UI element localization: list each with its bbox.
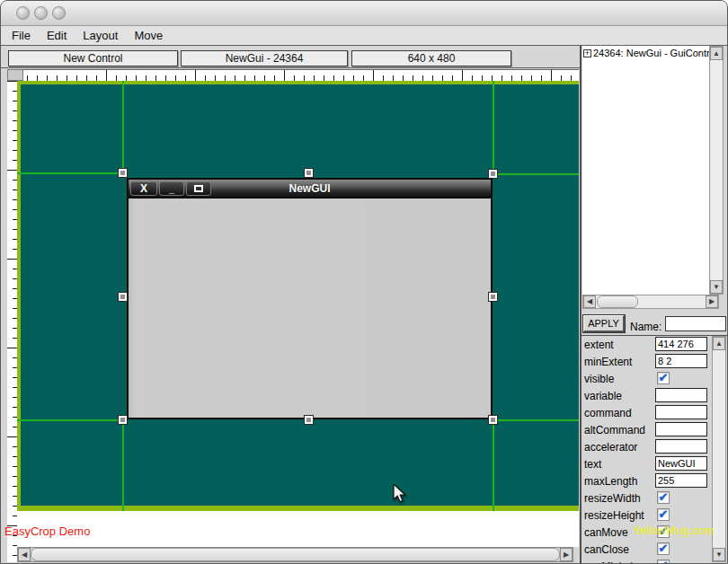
designed-window-body[interactable]: [129, 199, 491, 418]
widget-tree[interactable]: + 24364: NewGui - GuiContro: [582, 46, 709, 295]
canvas-horizontal-scrollbar[interactable]: ◀ ▶: [17, 547, 573, 562]
resize-handle-nw[interactable]: [119, 169, 127, 177]
property-row: variable: [582, 387, 728, 404]
panel-divider: [580, 46, 582, 564]
property-checkbox[interactable]: ✔: [657, 542, 670, 555]
designed-window-title: NewGUI: [129, 182, 491, 195]
property-row: maxLength: [582, 472, 728, 489]
app-window: File Edit Layout Move New Control NewGui…: [0, 0, 728, 564]
guide-line-left-top: [122, 81, 124, 173]
scroll-right-button[interactable]: ▶: [706, 295, 718, 308]
menu-file[interactable]: File: [1, 29, 39, 42]
guide-line-left-bottom: [122, 420, 124, 511]
designed-window-titlebar[interactable]: X _ NewGUI: [129, 180, 491, 198]
canvas-size-button[interactable]: 640 x 480: [351, 50, 511, 66]
guide-line-top-right: [494, 173, 579, 175]
close-window-button[interactable]: [16, 6, 30, 20]
scroll-down-button[interactable]: ▼: [710, 280, 723, 294]
property-input[interactable]: [655, 456, 707, 471]
yellowmug-watermark: YellowMug.com: [633, 524, 715, 537]
resize-handle-n[interactable]: [305, 169, 313, 177]
property-label: maxLength: [584, 475, 637, 488]
toolbar: New Control NewGui - 24364 640 x 480: [1, 47, 580, 68]
property-checkbox[interactable]: ✔: [657, 491, 670, 504]
ruler-corner-box: [7, 69, 23, 81]
resize-handle-e[interactable]: [489, 293, 497, 301]
property-input[interactable]: [655, 354, 707, 368]
tree-horizontal-scrollbar[interactable]: ◀ ▶: [582, 295, 719, 309]
property-input[interactable]: [655, 422, 707, 436]
menu-layout[interactable]: Layout: [75, 29, 126, 42]
resize-handle-sw[interactable]: [119, 416, 127, 424]
apply-button[interactable]: APPLY: [583, 315, 625, 332]
property-label: canClose: [584, 543, 629, 556]
property-label: text: [584, 458, 601, 471]
property-row: resizeWidth✔: [582, 489, 728, 507]
new-control-button[interactable]: New Control: [8, 50, 178, 66]
property-label: extent: [584, 339, 614, 351]
apply-row: APPLY Name:: [582, 313, 728, 335]
property-input[interactable]: [655, 388, 707, 402]
vertical-ruler: [7, 81, 17, 562]
property-row: canMinimize✔: [582, 558, 728, 564]
scroll-up-button[interactable]: ▲: [713, 337, 725, 350]
resize-handle-se[interactable]: [489, 416, 497, 424]
scroll-left-button[interactable]: ◀: [583, 295, 596, 308]
tree-item-root[interactable]: + 24364: NewGui - GuiContro: [582, 46, 709, 58]
property-row: accelerator: [582, 438, 728, 455]
property-label: resizeHeight: [584, 509, 644, 522]
property-label: resizeWidth: [584, 492, 641, 505]
tree-vertical-scrollbar[interactable]: ▲ ▼: [709, 46, 724, 295]
property-row: extent: [582, 336, 728, 353]
scroll-left-button[interactable]: ◀: [18, 548, 31, 561]
property-checkbox[interactable]: ✔: [657, 560, 670, 564]
property-input[interactable]: [655, 405, 707, 419]
resize-handle-s[interactable]: [305, 416, 313, 424]
minimize-window-button[interactable]: [34, 6, 48, 20]
inspector-panel: + 24364: NewGui - GuiContro ▲ ▼ ◀ ▶ APPL…: [582, 46, 728, 564]
property-input[interactable]: [655, 473, 707, 488]
designed-window[interactable]: X _ NewGUI: [127, 178, 493, 419]
property-row: resizeHeight✔: [582, 507, 728, 524]
property-input[interactable]: [655, 337, 707, 351]
property-label: accelerator: [584, 441, 637, 454]
tree-expand-icon[interactable]: +: [583, 49, 591, 57]
property-checkbox[interactable]: ✔: [657, 372, 670, 384]
scroll-down-button[interactable]: ▼: [713, 548, 725, 561]
property-row: altCommand: [582, 421, 728, 438]
menu-edit[interactable]: Edit: [39, 29, 75, 42]
scrollbar-thumb[interactable]: [597, 295, 638, 308]
menubar: File Edit Layout Move: [1, 26, 727, 46]
property-label: variable: [584, 390, 622, 402]
scrollbar-thumb[interactable]: [31, 548, 560, 561]
property-label: altCommand: [584, 424, 645, 436]
guide-line-right-top: [493, 81, 494, 174]
property-row: canClose✔: [582, 541, 728, 558]
mouse-cursor: [393, 484, 409, 506]
name-label: Name:: [630, 321, 661, 333]
menu-move[interactable]: Move: [126, 29, 171, 42]
titlebar[interactable]: [1, 1, 727, 26]
guide-line-top-left: [17, 172, 123, 174]
guide-line-right-bottom: [493, 420, 494, 511]
zoom-window-button[interactable]: [52, 6, 66, 20]
property-label: minExtent: [584, 356, 632, 368]
property-row: text: [582, 455, 728, 472]
guide-line-bottom-right: [494, 419, 579, 421]
property-label: canMinimize: [584, 560, 644, 564]
easycrop-watermark: EasyCrop Demo: [4, 524, 90, 538]
property-checkbox[interactable]: ✔: [657, 508, 670, 521]
horizontal-ruler: [17, 69, 579, 81]
property-row: visible✔: [582, 370, 728, 387]
property-input[interactable]: [655, 439, 707, 454]
property-row: minExtent: [582, 353, 728, 370]
newgui-window-button[interactable]: NewGui - 24364: [181, 50, 348, 66]
property-label: canMove: [584, 526, 628, 539]
name-input[interactable]: [665, 316, 726, 331]
resize-handle-w[interactable]: [119, 293, 127, 301]
scroll-up-button[interactable]: ▲: [710, 47, 723, 60]
resize-handle-ne[interactable]: [489, 170, 497, 178]
property-label: visible: [584, 373, 614, 385]
guide-line-bottom-left: [17, 419, 123, 421]
scroll-right-button[interactable]: ▶: [560, 548, 573, 561]
